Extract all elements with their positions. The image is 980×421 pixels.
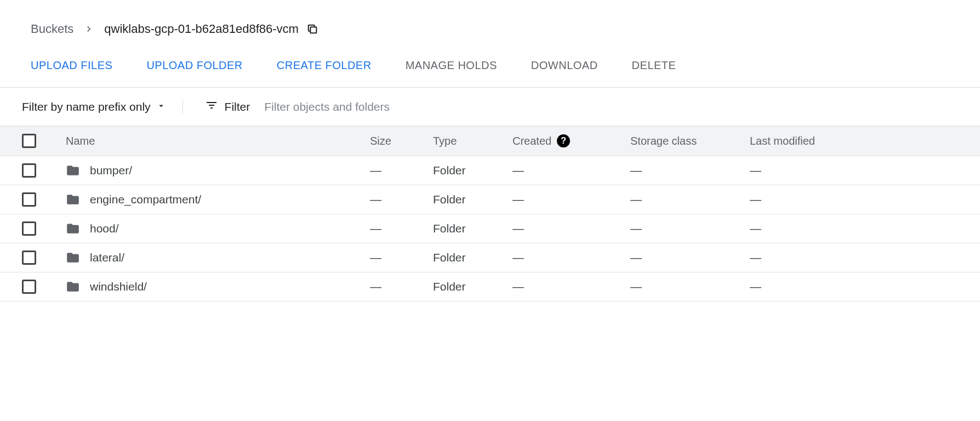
size-cell: — (370, 164, 433, 177)
table-row: windshield/—Folder——— (0, 272, 980, 301)
name-cell[interactable]: lateral/ (66, 251, 370, 265)
svg-rect-0 (310, 27, 316, 33)
column-type[interactable]: Type (433, 135, 512, 147)
folder-icon (66, 251, 80, 265)
upload-folder-button[interactable]: UPLOAD FOLDER (146, 59, 242, 72)
upload-files-button[interactable]: UPLOAD FILES (31, 59, 112, 72)
column-name[interactable]: Name (66, 135, 370, 147)
folder-name: windshield/ (90, 280, 147, 293)
type-cell: Folder (433, 222, 512, 235)
column-last-modified[interactable]: Last modified (750, 135, 859, 147)
dropdown-arrow-icon (156, 100, 166, 113)
action-bar: UPLOAD FILES UPLOAD FOLDER CREATE FOLDER… (0, 59, 980, 88)
row-checkbox[interactable] (22, 251, 36, 265)
name-cell[interactable]: engine_compartment/ (66, 192, 370, 207)
table-row: lateral/—Folder——— (0, 243, 980, 272)
type-cell: Folder (433, 280, 512, 293)
folder-icon (66, 221, 80, 236)
create-folder-button[interactable]: CREATE FOLDER (277, 59, 372, 72)
column-created[interactable]: Created ? (512, 134, 630, 147)
row-checkbox[interactable] (22, 163, 36, 178)
modified-cell: — (750, 251, 859, 264)
folder-name: hood/ (90, 222, 119, 235)
modified-cell: — (750, 280, 859, 293)
select-all-checkbox[interactable] (22, 134, 36, 148)
copy-icon[interactable] (306, 23, 318, 35)
chevron-right-icon (83, 24, 94, 35)
folder-name: bumper/ (90, 164, 132, 177)
table-row: engine_compartment/—Folder——— (0, 185, 980, 214)
folder-name: lateral/ (90, 251, 124, 264)
size-cell: — (370, 222, 433, 235)
filter-input[interactable] (264, 100, 483, 113)
filter-row: Filter by name prefix only Filter (0, 88, 980, 126)
created-cell: — (512, 164, 630, 177)
folder-icon (66, 280, 80, 294)
type-cell: Folder (433, 193, 512, 206)
folder-name: engine_compartment/ (90, 193, 201, 206)
filter-prefix-label: Filter by name prefix only (22, 100, 151, 113)
row-checkbox[interactable] (22, 221, 36, 236)
created-cell: — (512, 280, 630, 293)
modified-cell: — (750, 222, 859, 235)
table-row: hood/—Folder——— (0, 214, 980, 243)
manage-holds-button[interactable]: MANAGE HOLDS (406, 59, 497, 72)
table-row: bumper/—Folder——— (0, 156, 980, 185)
filter-prefix-dropdown[interactable]: Filter by name prefix only (22, 100, 183, 113)
table-body: bumper/—Folder———engine_compartment/—Fol… (0, 156, 980, 301)
breadcrumb-root[interactable]: Buckets (31, 22, 73, 36)
name-cell[interactable]: hood/ (66, 221, 370, 236)
storage-cell: — (630, 193, 750, 206)
size-cell: — (370, 280, 433, 293)
storage-cell: — (630, 222, 750, 235)
modified-cell: — (750, 164, 859, 177)
type-cell: Folder (433, 164, 512, 177)
row-checkbox[interactable] (22, 192, 36, 207)
storage-cell: — (630, 164, 750, 177)
name-cell[interactable]: windshield/ (66, 280, 370, 294)
storage-cell: — (630, 251, 750, 264)
table-header: Name Size Type Created ? Storage class L… (0, 126, 980, 156)
breadcrumb-current: qwiklabs-gcp-01-b62a81ed8f86-vcm (104, 22, 299, 36)
column-created-label: Created (512, 135, 551, 147)
column-size[interactable]: Size (370, 135, 433, 147)
delete-button[interactable]: DELETE (632, 59, 676, 72)
filter-control: Filter (205, 99, 250, 115)
size-cell: — (370, 251, 433, 264)
filter-label: Filter (225, 100, 250, 113)
created-cell: — (512, 222, 630, 235)
modified-cell: — (750, 193, 859, 206)
created-cell: — (512, 193, 630, 206)
size-cell: — (370, 193, 433, 206)
download-button[interactable]: DOWNLOAD (531, 59, 598, 72)
filter-icon (205, 99, 225, 115)
type-cell: Folder (433, 251, 512, 264)
folder-icon (66, 163, 80, 178)
row-checkbox[interactable] (22, 280, 36, 294)
name-cell[interactable]: bumper/ (66, 163, 370, 178)
storage-cell: — (630, 280, 750, 293)
created-cell: — (512, 251, 630, 264)
breadcrumb: Buckets qwiklabs-gcp-01-b62a81ed8f86-vcm (0, 22, 980, 36)
help-icon[interactable]: ? (557, 134, 570, 147)
column-storage-class[interactable]: Storage class (630, 135, 750, 147)
folder-icon (66, 192, 80, 207)
